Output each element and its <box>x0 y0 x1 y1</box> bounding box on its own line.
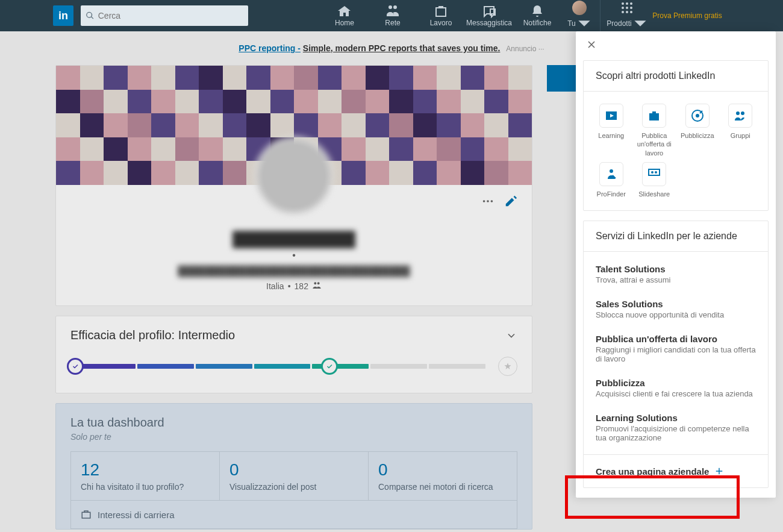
caret-down-icon <box>577 16 591 31</box>
nav-items: Home Rete Lavoro Messaggistica Notifiche… <box>320 0 651 31</box>
network-icon <box>385 4 400 19</box>
nav-me-label: Tu <box>567 19 576 28</box>
svg-point-23 <box>655 171 657 174</box>
product-profinder[interactable]: ProFinder <box>591 162 632 198</box>
svg-point-22 <box>651 171 654 174</box>
svg-point-6 <box>622 11 624 13</box>
product-learning[interactable]: Learning <box>591 104 632 157</box>
svg-point-3 <box>622 7 624 9</box>
services-heading: Servizi di LinkedIn per le aziende <box>584 221 768 252</box>
nav-jobs[interactable]: Lavoro <box>417 0 465 31</box>
service-sales[interactable]: Sales Solutions Sblocca nuove opportunit… <box>596 292 756 327</box>
product-post-job[interactable]: Pubblica un'offerta di lavoro <box>634 104 675 157</box>
effectiveness-title: Efficacia del profilo: Intermedio <box>70 328 235 342</box>
nav-network[interactable]: Rete <box>369 0 417 31</box>
product-advertise[interactable]: Pubblicizza <box>677 104 718 157</box>
svg-rect-15 <box>652 111 656 113</box>
product-groups[interactable]: Gruppi <box>720 104 761 157</box>
effectiveness-bar <box>70 357 517 376</box>
premium-cta[interactable]: Prova Premium gratis <box>651 11 723 20</box>
edit-pencil-icon[interactable] <box>504 195 517 208</box>
svg-point-4 <box>626 7 628 9</box>
grid-icon <box>620 1 634 15</box>
dashboard-stat-visitors[interactable]: 12 Chi ha visitato il tuo profilo? <box>71 452 220 500</box>
profile-headline: ██████████████████████████████████ <box>70 266 517 277</box>
svg-point-11 <box>491 200 493 202</box>
dashboard-stat-searches[interactable]: 0 Comparse nei motori di ricerca <box>369 452 517 500</box>
svg-point-2 <box>630 2 632 5</box>
search-input[interactable] <box>98 11 243 20</box>
nav-messaging[interactable]: Messaggistica <box>465 0 513 31</box>
svg-rect-14 <box>649 113 659 120</box>
ad-text[interactable]: Simple, modern PPC reports that saves yo… <box>303 43 501 53</box>
profile-avatar[interactable] <box>255 137 333 215</box>
nav-messaging-label: Messaggistica <box>466 19 512 27</box>
bell-icon <box>530 4 544 19</box>
search-box[interactable] <box>81 5 248 26</box>
product-slideshare[interactable]: Slideshare <box>634 162 675 198</box>
nav-divider <box>600 0 601 31</box>
discover-heading: Scopri altri prodotti LinkedIn <box>584 61 768 92</box>
svg-point-5 <box>630 7 632 9</box>
service-post-job[interactable]: Pubblica un'offerta di lavoro Raggiungi … <box>596 327 756 371</box>
avatar-icon <box>572 1 587 15</box>
service-talent[interactable]: Talent Solutions Trova, attrai e assumi <box>596 257 756 292</box>
target-icon <box>690 108 705 123</box>
svg-point-1 <box>626 2 628 5</box>
play-icon <box>604 108 619 123</box>
profile-location: Italia • 182 <box>70 281 517 291</box>
slideshare-icon <box>647 167 661 181</box>
dashboard-stat-views[interactable]: 0 Visualizzazioni del post <box>220 452 369 500</box>
dashboard-stats: 12 Chi ha visitato il tuo profilo? 0 Vis… <box>70 451 517 501</box>
service-advertise[interactable]: Pubblicizza Acquisisci clienti e fai cre… <box>596 371 756 405</box>
effectiveness-card: Efficacia del profilo: Intermedio <box>55 316 532 393</box>
nav-network-label: Rete <box>385 19 400 27</box>
messaging-icon <box>482 4 496 19</box>
svg-point-0 <box>622 2 624 5</box>
dashboard-card: La tua dashboard Solo per te 12 Chi ha v… <box>55 403 532 530</box>
search-icon <box>86 11 95 20</box>
more-icon[interactable] <box>481 195 494 208</box>
svg-point-8 <box>630 11 632 13</box>
plus-icon <box>714 466 725 477</box>
close-icon <box>585 39 597 51</box>
products-panel: Scopri altri prodotti LinkedIn Learning … <box>576 31 776 498</box>
create-company-page[interactable]: Crea una pagina aziendale <box>584 454 768 487</box>
home-icon <box>337 4 352 19</box>
dashboard-subtitle: Solo per te <box>70 432 517 442</box>
dashboard-career-interests[interactable]: Interessi di carriera <box>70 501 517 529</box>
linkedin-logo[interactable]: in <box>53 5 73 26</box>
profile-name: ████████████ <box>70 231 517 248</box>
nav-products-label: Prodotti <box>607 19 631 28</box>
caret-down-icon <box>633 16 647 31</box>
effectiveness-star-icon <box>498 357 517 376</box>
ad-tag: Annuncio ··· <box>506 45 544 53</box>
nav-notifications-label: Notifiche <box>523 19 552 27</box>
svg-point-19 <box>741 111 744 115</box>
nav-jobs-label: Lavoro <box>430 19 452 27</box>
briefcase-icon <box>81 509 92 520</box>
svg-point-18 <box>736 111 740 115</box>
nav-me[interactable]: Tu <box>561 0 597 31</box>
connections-icon <box>312 281 322 291</box>
svg-point-20 <box>610 169 613 173</box>
ad-link[interactable]: PPC reporting - <box>239 43 301 53</box>
effectiveness-start-icon <box>67 358 84 375</box>
briefcase-icon <box>434 4 448 19</box>
svg-rect-21 <box>649 169 660 175</box>
dashboard-title: La tua dashboard <box>70 416 517 430</box>
nav-notifications[interactable]: Notifiche <box>513 0 561 31</box>
panel-close[interactable] <box>576 31 776 60</box>
nav-products[interactable]: Prodotti <box>603 0 651 31</box>
job-post-icon <box>647 108 661 123</box>
effectiveness-current-icon <box>321 358 338 375</box>
discover-section: Scopri altri prodotti LinkedIn Learning … <box>583 60 769 211</box>
nav-home[interactable]: Home <box>320 0 369 31</box>
service-learning[interactable]: Learning Solutions Promuovi l'acquisizio… <box>596 405 756 449</box>
svg-point-10 <box>487 200 489 202</box>
groups-icon <box>733 108 747 123</box>
profile-card: ████████████ • █████████████████████████… <box>55 65 532 306</box>
svg-rect-12 <box>82 512 90 518</box>
chevron-down-icon[interactable] <box>505 330 517 342</box>
svg-point-17 <box>696 114 699 117</box>
